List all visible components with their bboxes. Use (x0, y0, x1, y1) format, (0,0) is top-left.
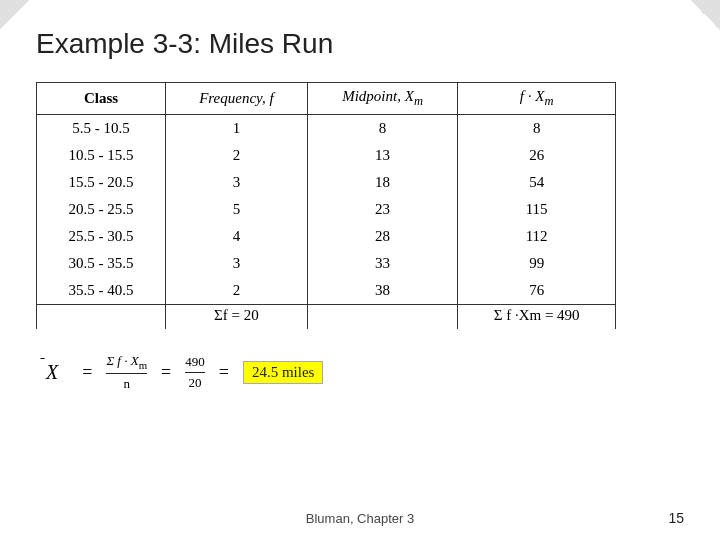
sum-class-empty (37, 305, 166, 330)
cell-freq: 1 (165, 115, 307, 143)
sum-mid-empty (307, 305, 457, 330)
cell-fxm: 8 (458, 115, 616, 143)
formula-fraction-2: 490 20 (185, 354, 205, 391)
cell-fxm: 99 (458, 250, 616, 277)
mid-sub: m (414, 94, 423, 108)
cell-freq: 2 (165, 142, 307, 169)
xbar-symbol: X̄ (46, 361, 68, 384)
cell-freq: 3 (165, 250, 307, 277)
cell-mid: 13 (307, 142, 457, 169)
cell-class: 25.5 - 30.5 (37, 223, 166, 250)
cell-freq: 2 (165, 277, 307, 305)
fxm-dot: · (524, 88, 535, 104)
formula-denominator-2: 20 (189, 373, 202, 391)
formula-numerator-1: Σ f · Xm (106, 353, 147, 374)
freq-label: Frequency, (199, 90, 269, 106)
freq-var: f (269, 90, 273, 106)
cell-class: 5.5 - 10.5 (37, 115, 166, 143)
fxm-sub: m (544, 94, 553, 108)
formula-area: X̄ = Σ f · Xm n = 490 20 = 24.5 miles (46, 353, 684, 392)
freq-sum: Σf = 20 (165, 305, 307, 330)
cell-class: 30.5 - 35.5 (37, 250, 166, 277)
cell-class: 15.5 - 20.5 (37, 169, 166, 196)
cell-mid: 33 (307, 250, 457, 277)
col-fxm-header: f · Xm (458, 83, 616, 115)
mid-var: X (405, 88, 414, 104)
table-row: 35.5 - 40.523876 (37, 277, 616, 305)
col-freq-header: Frequency, f (165, 83, 307, 115)
cell-class: 35.5 - 40.5 (37, 277, 166, 305)
col-class-header: Class (37, 83, 166, 115)
cell-fxm: 112 (458, 223, 616, 250)
data-table: Class Frequency, f Midpoint, Xm f · Xm 5… (36, 82, 616, 329)
formula-fraction-1: Σ f · Xm n (106, 353, 147, 392)
page-title: Example 3-3: Miles Run (36, 28, 684, 60)
footer: Bluman, Chapter 3 (0, 511, 720, 526)
cell-fxm: 26 (458, 142, 616, 169)
corner-decoration-tr (690, 0, 720, 30)
cell-mid: 23 (307, 196, 457, 223)
table-row: 30.5 - 35.533399 (37, 250, 616, 277)
table-row: 15.5 - 20.531854 (37, 169, 616, 196)
sigma-f-xm: Σ f · X (106, 353, 138, 368)
footer-credit: Bluman, Chapter 3 (306, 511, 414, 526)
page-number: 15 (668, 510, 684, 526)
corner-decoration-tl (0, 0, 30, 30)
cell-freq: 4 (165, 223, 307, 250)
table-row: 20.5 - 25.5523115 (37, 196, 616, 223)
cell-fxm: 54 (458, 169, 616, 196)
cell-class: 10.5 - 15.5 (37, 142, 166, 169)
col-mid-header: Midpoint, Xm (307, 83, 457, 115)
formula-numerator-2: 490 (185, 354, 205, 373)
table-row: 25.5 - 30.5428112 (37, 223, 616, 250)
cell-freq: 5 (165, 196, 307, 223)
sum-row: Σf = 20Σ f ·Xm = 490 (37, 305, 616, 330)
cell-fxm: 115 (458, 196, 616, 223)
cell-fxm: 76 (458, 277, 616, 305)
cell-class: 20.5 - 25.5 (37, 196, 166, 223)
cell-mid: 8 (307, 115, 457, 143)
eq3: = (219, 362, 229, 383)
mid-label: Midpoint, (342, 88, 405, 104)
eq1: = (82, 362, 92, 383)
table-row: 10.5 - 15.521326 (37, 142, 616, 169)
xm-sub: m (139, 359, 147, 371)
formula-denominator-1: n (123, 374, 130, 392)
formula-result: 24.5 miles (243, 361, 324, 384)
cell-mid: 18 (307, 169, 457, 196)
cell-mid: 38 (307, 277, 457, 305)
eq2: = (161, 362, 171, 383)
table-row: 5.5 - 10.5188 (37, 115, 616, 143)
page-content: Example 3-3: Miles Run Class Frequency, … (0, 0, 720, 412)
cell-mid: 28 (307, 223, 457, 250)
fxm-sum: Σ f ·Xm = 490 (458, 305, 616, 330)
cell-freq: 3 (165, 169, 307, 196)
